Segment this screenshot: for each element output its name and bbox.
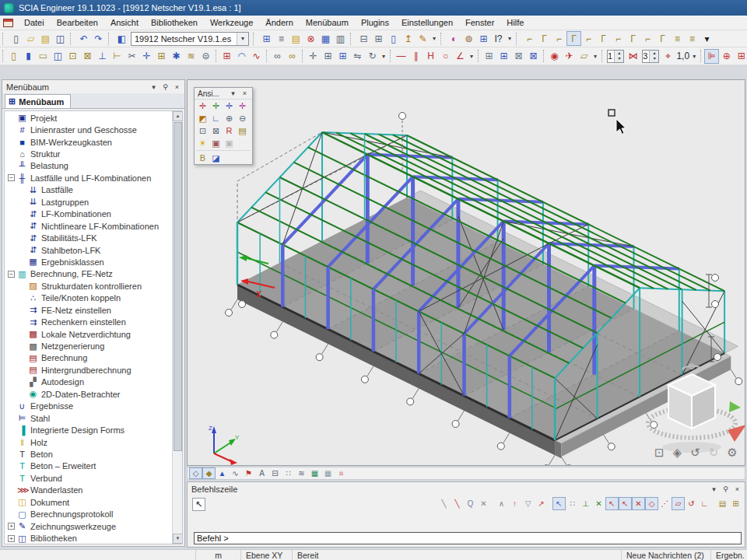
tree-item-stabilitaets-lfk[interactable]: ⇵Stabilitäts-LFK [5, 232, 172, 243]
chevron-down-icon[interactable]: ▾ [237, 33, 248, 45]
tree-expander[interactable] [19, 222, 26, 229]
wall-icon[interactable]: ▯ [6, 49, 21, 64]
close-icon[interactable]: × [171, 82, 183, 93]
pin-icon[interactable]: ⚲ [720, 484, 731, 495]
ucs-snap-icon[interactable]: ✕ [592, 497, 605, 510]
tree-item-lastfaelle[interactable]: ⇊Lastfälle [5, 184, 172, 196]
close-icon[interactable]: × [239, 88, 251, 99]
opening-icon[interactable]: ⊡ [65, 49, 80, 64]
view-parameters-icon[interactable]: ◉ [547, 49, 562, 64]
menu-plugins[interactable]: Plugins [355, 16, 395, 29]
tree-item-autodesign[interactable]: ▞Autodesign [5, 376, 172, 388]
paste-icon[interactable]: ⊞ [482, 49, 496, 64]
new-messages-button[interactable]: Neue Nachrichten (2) [621, 550, 711, 560]
snap-intersection-icon[interactable]: ✕ [632, 497, 645, 510]
toolbar-grip[interactable] [700, 50, 701, 62]
dropdown-caret-icon[interactable]: ▾ [430, 31, 438, 46]
scroll-down-icon[interactable]: ▼ [173, 534, 183, 544]
spinner-down-icon[interactable]: ▾ [615, 56, 623, 61]
save-all-icon[interactable]: ▤ [38, 31, 53, 46]
line-icon[interactable]: — [394, 49, 409, 64]
raster-icon[interactable]: ⌗ [335, 467, 348, 479]
results-segment[interactable]: Ergebn. [711, 550, 747, 560]
numeric-spinner-3[interactable]: 3 ▴▾ [642, 50, 659, 63]
paste-special-icon[interactable]: ⊞ [496, 49, 511, 64]
undo-icon[interactable]: ↶ [76, 31, 91, 46]
layers-icon[interactable]: ≡ [274, 31, 289, 46]
toolbar-grip[interactable] [216, 50, 216, 62]
clipboard-icon[interactable]: ▤ [289, 31, 303, 46]
tree-item-ergebnisklassen[interactable]: ▦Ergebnisklassen [5, 256, 172, 268]
hinge-type-12-icon[interactable]: ≡ [685, 31, 700, 46]
picture-2-icon[interactable]: ▦ [321, 467, 335, 479]
insert-block-icon[interactable]: ⊠ [511, 49, 526, 64]
tree-expander[interactable] [19, 198, 26, 205]
toolbar-grip[interactable] [350, 33, 353, 45]
window-layout-icon[interactable]: ◧ [114, 31, 129, 46]
menu-werkzeuge[interactable]: Werkzeuge [204, 16, 259, 29]
hinge-type-4-icon[interactable]: Γ [566, 31, 581, 46]
toolbar-grip[interactable] [440, 33, 444, 45]
menu-datei[interactable]: Datei [18, 16, 51, 29]
tree-expander[interactable] [19, 331, 26, 338]
color-settings-icon[interactable]: ◐ [447, 31, 461, 46]
command-input[interactable]: Befehl > [194, 532, 742, 544]
hinge-type-8-icon[interactable]: Γ [626, 31, 640, 46]
toolbar-grip[interactable] [253, 33, 256, 45]
snap-peak-icon[interactable]: ∧ [495, 497, 508, 510]
zoom-all-icon[interactable]: ⊠ [209, 124, 223, 137]
spinner-up-icon[interactable]: ▴ [650, 51, 658, 56]
chevron-down-icon[interactable]: ▾ [227, 88, 239, 99]
dropdown-caret-icon[interactable]: ▾ [506, 31, 514, 46]
print-icon[interactable]: ⊟ [356, 31, 371, 46]
tree-item-beton-erweitert[interactable]: TBeton – Erweitert [5, 460, 172, 472]
chevron-down-icon[interactable]: ▾ [708, 484, 720, 495]
hinge-type-5-icon[interactable]: ⌐ [581, 31, 596, 46]
tree-expander[interactable] [8, 138, 15, 145]
new-project-icon[interactable]: ▯ [9, 31, 23, 46]
tree-item-lokale-netzverdichtung[interactable]: ▩Lokale Netzverdichtung [5, 328, 172, 340]
labels-flag-icon[interactable]: ⚑ [242, 467, 255, 479]
view-y-icon[interactable]: ✛ [209, 100, 223, 112]
rib-icon[interactable]: ⊥ [95, 49, 110, 64]
tree-expander[interactable] [8, 439, 15, 446]
spinner-up-icon[interactable]: ▴ [615, 51, 623, 56]
tree-expander[interactable] [8, 474, 15, 481]
view-cube-toggle-icon[interactable]: ◈ [673, 446, 682, 460]
grid-settings-icon[interactable]: ⊞ [476, 31, 491, 46]
tree-expander[interactable] [19, 211, 26, 218]
toolbar-grip[interactable] [302, 50, 303, 62]
snap-midpoint-icon[interactable]: ◇ [645, 497, 658, 510]
hinge-type-3-icon[interactable]: ⌐ [552, 31, 566, 46]
dropdown-caret-icon[interactable]: ▾ [690, 49, 698, 64]
arc-member-icon[interactable]: ◠ [234, 49, 249, 64]
select-line-red-icon[interactable]: ╲ [451, 497, 464, 510]
view-axo-icon[interactable]: ✛ [236, 100, 249, 112]
mirror-icon[interactable]: ⇋ [350, 49, 365, 64]
member-icon[interactable]: ⊞ [154, 49, 169, 64]
pin-icon[interactable]: ⚲ [160, 82, 171, 93]
tree-item-stahlbeton-lfk[interactable]: ⇵Stahlbeton-LFK [5, 244, 172, 256]
toolbar-grip[interactable] [601, 50, 602, 62]
activity-center-icon[interactable]: ⌖ [661, 49, 675, 64]
tree-expander[interactable]: + [8, 535, 15, 542]
tree-item-belastung[interactable]: ╨Belastung [5, 160, 172, 172]
clipping-icon[interactable]: ≋ [295, 467, 308, 479]
zoom-out-icon[interactable]: ⊖ [236, 112, 249, 124]
structure-3d-model[interactable]: XZYX [188, 80, 745, 465]
scroll-up-icon[interactable]: ▲ [173, 111, 183, 121]
dimension-icon[interactable]: H [423, 49, 438, 64]
tree-expander[interactable] [8, 163, 15, 170]
support-hinged-icon[interactable]: ⊕ [719, 49, 734, 64]
cursor-snap-mode-icon[interactable]: ↖ [552, 497, 566, 510]
tree-expander[interactable] [19, 282, 26, 289]
tree-item-verbund[interactable]: TVerbund [5, 472, 172, 484]
snap-endpoint-icon[interactable]: ↖ [605, 497, 619, 510]
zoom-selection-icon[interactable]: R [223, 124, 236, 137]
project-browser-icon[interactable]: ⊞ [259, 31, 274, 46]
fly-mode-icon[interactable]: ✈ [562, 49, 577, 64]
section-box-icon[interactable]: B [196, 152, 209, 164]
active-project-combobox[interactable]: 19912 Netscher V19.1.es ▾ [131, 32, 249, 46]
snap-arrow-icon[interactable]: ↑ [508, 497, 521, 510]
catalog-blocks-icon[interactable]: ⊞ [219, 49, 234, 64]
